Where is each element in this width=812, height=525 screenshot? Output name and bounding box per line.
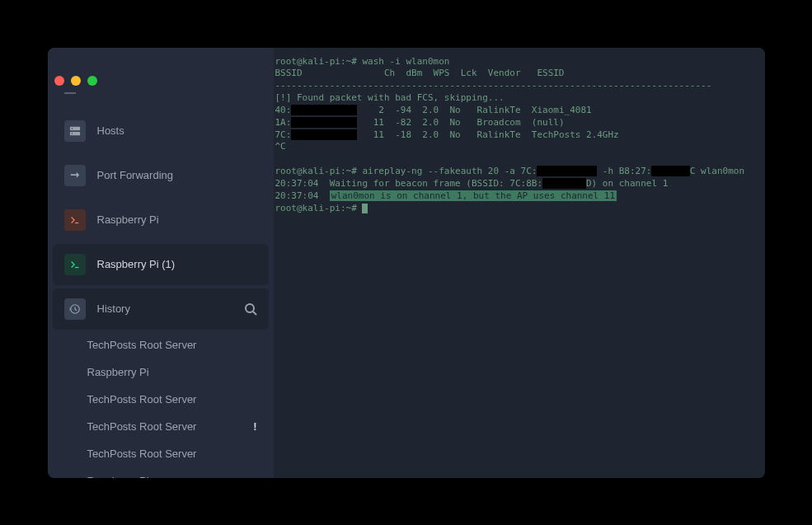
nav-raspberry-pi-1-label: Raspberry Pi (1) <box>97 258 176 270</box>
history-header[interactable]: History <box>53 288 269 330</box>
app-window: Hosts Port Forwarding Raspberry Pi <box>48 48 765 478</box>
terminal-line: 7C: 11 -18 2.0 No RalinkTe TechPosts 2.4… <box>275 129 763 142</box>
arrows-icon <box>64 165 86 186</box>
terminal-pane[interactable]: root@kali-pi:~# wash -i wlan0mon BSSID C… <box>274 48 765 478</box>
terminal-line <box>275 153 763 166</box>
history-item[interactable]: TechPosts Root Server <box>48 386 274 413</box>
nav-hosts[interactable]: Hosts <box>53 110 269 152</box>
terminal-line: BSSID Ch dBm WPS Lck Vendor ESSID <box>275 68 763 80</box>
alert-icon: ! <box>253 420 256 433</box>
history-item[interactable]: Raspberry Pi <box>48 467 274 478</box>
terminal-line: root@kali-pi:~# wash -i wlan0mon <box>275 56 763 68</box>
titlebar <box>48 71 97 91</box>
svg-point-5 <box>71 128 72 129</box>
history-list: TechPosts Root Server Raspberry Pi TechP… <box>48 331 274 478</box>
nav-raspberry-pi-1[interactable]: Raspberry Pi (1) <box>53 244 269 285</box>
terminal-line: 1A: 11 -82 2.0 No Broadcom (null) <box>275 117 763 129</box>
terminal-line: 20:37:04 Waiting for beacon frame (BSSID… <box>275 178 763 190</box>
sidebar: Hosts Port Forwarding Raspberry Pi <box>48 48 274 478</box>
window-body: Hosts Port Forwarding Raspberry Pi <box>48 48 765 478</box>
server-icon <box>64 120 86 142</box>
history-item[interactable]: TechPosts Root Server! <box>48 413 274 440</box>
nav-hosts-label: Hosts <box>97 124 124 137</box>
nav-port-forwarding-label: Port Forwarding <box>97 169 173 181</box>
terminal-line: ----------------------------------------… <box>275 80 763 92</box>
history-icon <box>64 298 86 320</box>
terminal-line: ^C <box>275 141 763 153</box>
close-button[interactable] <box>54 76 64 86</box>
terminal-line: 20:37:04 wlan0mon is on channel 1, but t… <box>275 190 763 203</box>
terminal-line: 40: 2 -94 2.0 No RalinkTe Xiaomi_4081 <box>275 105 763 117</box>
svg-rect-4 <box>69 131 79 134</box>
svg-rect-3 <box>69 126 79 129</box>
svg-line-11 <box>253 312 256 315</box>
maximize-button[interactable] <box>87 76 97 86</box>
svg-point-6 <box>71 133 72 134</box>
nav-raspberry-pi[interactable]: Raspberry Pi <box>53 199 269 241</box>
search-icon[interactable] <box>244 302 257 316</box>
history-label: History <box>97 302 130 315</box>
history-item[interactable]: TechPosts Root Server <box>48 331 274 359</box>
history-item[interactable]: Raspberry Pi <box>48 359 274 386</box>
terminal-icon <box>64 209 86 231</box>
svg-point-10 <box>246 304 254 312</box>
terminal-line: root@kali-pi:~# <box>275 203 763 215</box>
cursor <box>362 204 368 213</box>
nav-raspberry-pi-label: Raspberry Pi <box>97 213 159 226</box>
terminal-icon <box>64 254 86 275</box>
terminal-line: [!] Found packet with bad FCS, skipping.… <box>275 92 763 105</box>
minimize-button[interactable] <box>71 76 81 86</box>
nav-port-forwarding[interactable]: Port Forwarding <box>53 155 269 196</box>
terminal-line: root@kali-pi:~# aireplay-ng --fakeauth 2… <box>275 166 763 178</box>
history-item[interactable]: TechPosts Root Server <box>48 440 274 467</box>
